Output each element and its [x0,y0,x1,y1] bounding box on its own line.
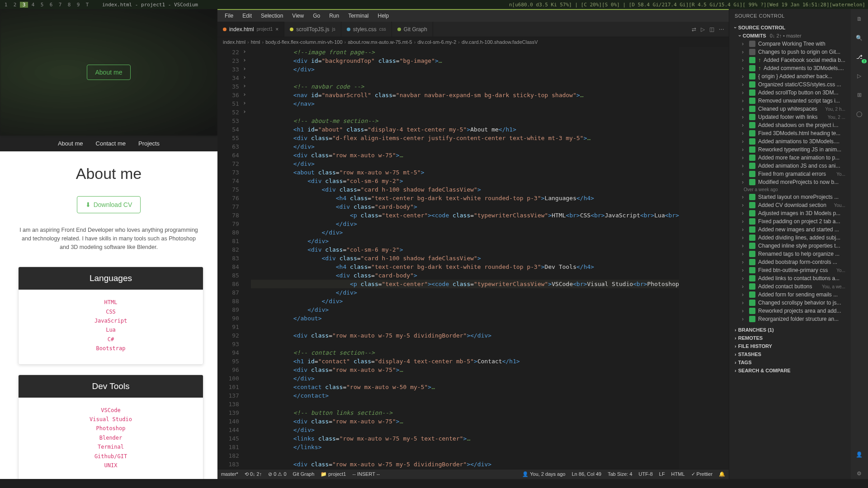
commit-item[interactable]: Updated footer with linksYou, 2 ... [733,113,847,121]
hero-about-button[interactable]: About me [87,65,131,80]
commit-item[interactable]: Added form for sending emails ... [733,291,847,299]
commit-item[interactable]: Added animations to 3DModels.... [733,137,847,145]
scm-section[interactable]: SEARCH & COMPARE [733,366,847,375]
run-icon[interactable]: ▷ [701,26,705,33]
workspace-T[interactable]: T [83,2,91,8]
commit-item[interactable]: Added new images and started ... [733,225,847,234]
commit-item[interactable]: Added more face animation to p... [733,154,847,162]
extensions-icon[interactable]: ⊞ [854,89,865,100]
commit-item[interactable]: Organized static/CSS/styles.css ... [733,80,847,89]
breadcrumb[interactable]: index.html›html›body.d-flex.flex-column.… [217,37,729,47]
commit-item[interactable]: Fixed 3DModels.html heading te... [733,129,847,137]
commit-item[interactable]: Added bootstrap form-controls ... [733,258,847,266]
status-item[interactable]: 👤 You, 2 days ago [522,471,565,477]
menu-terminal[interactable]: Terminal [344,12,372,20]
menu-selection[interactable]: Selection [257,12,287,20]
breadcrumb-item[interactable]: body.d-flex.flex-column.min-vh-100 [265,39,342,45]
code-editor[interactable]: 2223333435365152535455636472737475767778… [217,47,729,469]
scm-section[interactable]: FILE HISTORY [733,342,847,350]
commit-item[interactable]: Added scrollTop button on 3DM... [733,89,847,97]
status-item[interactable]: UTF-8 [639,471,653,477]
commit-item[interactable]: Added links to contact buttons a... [733,274,847,282]
workspace-2[interactable]: 2 [11,2,19,8]
menu-file[interactable]: File [221,12,237,20]
commit-item[interactable]: Added contact buttonsYou, a we... [733,282,847,291]
nav-link[interactable]: Projects [138,140,160,147]
menu-help[interactable]: Help [374,12,393,20]
commit-item[interactable]: ↑Added comments to 3DModels.... [733,64,847,72]
commit-item[interactable]: Reworked typewriting JS in anim... [733,145,847,154]
scm-compare-item[interactable]: Compare Working Tree with [733,40,847,48]
source-control-icon[interactable]: ⎇2 [854,52,865,62]
workspace-6[interactable]: 6 [47,2,55,8]
settings-icon[interactable]: ⚙ [854,468,865,479]
search-icon[interactable]: 🔍 [854,33,865,43]
scm-section[interactable]: REMOTES [733,334,847,342]
workspace-8[interactable]: 8 [65,2,73,8]
commit-item[interactable]: Fixed btn-outline-primary cssYo... [733,266,847,274]
scm-section[interactable]: STASHES [733,350,847,358]
commit-item[interactable]: Added animation JS and css ani... [733,162,847,170]
workspace-9[interactable]: 9 [74,2,82,8]
menu-go[interactable]: Go [309,12,324,20]
commit-item[interactable]: Added CV download sectionYou... [733,201,847,209]
menu-run[interactable]: Run [326,12,343,20]
compare-icon[interactable]: ⇄ [692,26,696,33]
menu-view[interactable]: View [288,12,307,20]
breadcrumb-item[interactable]: div.card.h-100.shadow.fadeClassV [462,39,538,45]
commit-item[interactable]: Removed unwanted script tags i... [733,97,847,105]
commit-item[interactable]: Added shadows on the project i... [733,121,847,129]
status-item[interactable]: 🔔 [719,471,725,477]
scm-section-header[interactable]: SOURCE CONTROL [733,23,847,32]
github-icon[interactable]: ◯ [854,108,865,119]
workspace-5[interactable]: 5 [38,2,46,8]
status-item[interactable]: -- INSERT -- [353,471,380,477]
commit-item[interactable]: Renamed tags to help organize ... [733,250,847,258]
status-item[interactable]: 📁 project1 [321,471,346,477]
tab-Git-Graph[interactable]: Git Graph [392,22,433,37]
status-item[interactable]: ⊘ 0 ⚠ 0 [268,471,286,477]
files-icon[interactable]: 🗎 [854,14,865,24]
nav-link[interactable]: Contact me [96,140,126,147]
tab-index-html[interactable]: index.htmlproject1× [217,22,284,37]
status-item[interactable]: HTML [671,471,685,477]
breadcrumb-item[interactable]: html [251,39,260,45]
commit-item[interactable]: Fixed from gramatical errorsYo... [733,170,847,178]
workspace-1[interactable]: 1 [2,2,10,8]
workspace-4[interactable]: 4 [29,2,37,8]
breadcrumb-item[interactable]: div.col-sm-6.my-2 [417,39,456,45]
status-item[interactable]: master* [221,471,238,477]
close-icon[interactable]: × [275,26,278,33]
tab-scrollTopJS-js[interactable]: scrollTopJS.jsjs [284,22,341,37]
scm-compare-item[interactable]: Changes to push to origin on Git... [733,48,847,56]
commit-item[interactable]: Fixed padding on project 2 tab a... [733,217,847,225]
account-icon[interactable]: 👤 [854,449,865,460]
more-icon[interactable]: ⋯ [719,26,724,33]
commit-item[interactable]: Changed inline style properties t... [733,242,847,250]
status-item[interactable]: Git Graph [293,471,315,477]
commit-item[interactable]: Reorganized folder structure an... [733,315,847,323]
commit-item[interactable]: Started layout on moreProjects ... [733,193,847,201]
commit-item[interactable]: { origin } Added another back... [733,72,847,80]
debug-icon[interactable]: ▷ [854,70,865,81]
commit-item[interactable]: Modified moreProjects to now b... [733,178,847,186]
scm-section[interactable]: TAGS [733,358,847,366]
status-item[interactable]: ⟲ 0↓ 2↑ [245,471,262,477]
status-item[interactable]: Ln 86, Col 49 [572,471,601,477]
status-item[interactable]: LF [659,471,665,477]
tab-styles-css[interactable]: styles.csscss [341,22,392,37]
breadcrumb-item[interactable]: index.html [223,39,245,45]
workspace-7[interactable]: 7 [56,2,64,8]
commit-item[interactable]: Adjusted images in 3D Models p... [733,209,847,217]
commits-header[interactable]: COMMITS 0↓ 2↑ • master [733,32,847,40]
commit-item[interactable]: Added dividing lines, added subj... [733,234,847,242]
workspace-3[interactable]: 3 [20,2,28,8]
scm-section[interactable]: BRANCHES (1) [733,326,847,334]
status-item[interactable]: Tab Size: 4 [608,471,632,477]
minimap[interactable] [679,47,729,469]
nav-link[interactable]: About me [58,140,83,147]
download-cv-button[interactable]: ⬇ Download CV [77,196,141,213]
commit-item[interactable]: Reworked projects area and add... [733,307,847,315]
commit-item[interactable]: ↑Added Facebook social media b... [733,56,847,64]
menu-edit[interactable]: Edit [239,12,255,20]
